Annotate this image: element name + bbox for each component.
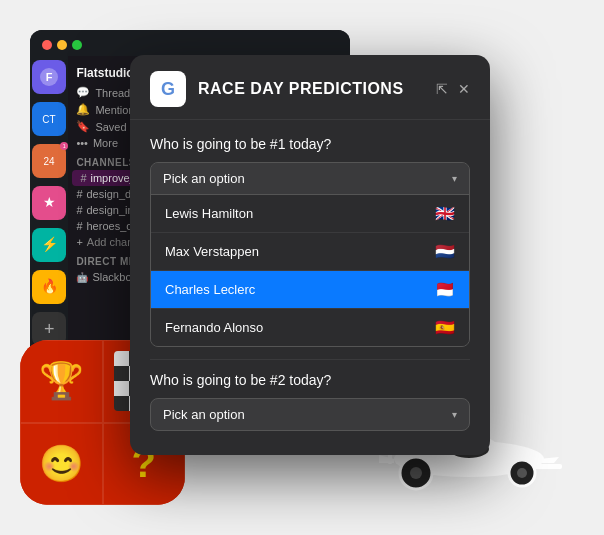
add-channel-icon: + (76, 236, 82, 248)
slackbot-icon: 🤖 (76, 272, 88, 283)
modal-actions: ⇱ ✕ (436, 81, 470, 97)
modal-header: G RACE DAY PREDICTIONS ⇱ ✕ (130, 55, 490, 120)
q1-chevron-down-icon: ▾ (452, 173, 457, 184)
more-icon: ••• (76, 137, 88, 149)
option-hamilton[interactable]: Lewis Hamilton 🇬🇧 (151, 195, 469, 233)
close-modal-button[interactable]: ✕ (458, 81, 470, 97)
svg-text:F: F (46, 71, 53, 83)
workspace-icon-5[interactable]: ⚡ (32, 228, 66, 262)
option-name-hamilton: Lewis Hamilton (165, 206, 253, 221)
workspace-icon-6[interactable]: 🔥 (32, 270, 66, 304)
channel-hash-icon-3: # (76, 204, 82, 216)
option-verstappen[interactable]: Max Verstappen 🇳🇱 (151, 233, 469, 271)
traffic-lights (30, 30, 350, 56)
close-button[interactable] (42, 40, 52, 50)
flag-nl-icon: 🇳🇱 (435, 242, 455, 261)
flag-gb-icon: 🇬🇧 (435, 204, 455, 223)
q1-label: Who is going to be #1 today? (150, 136, 470, 152)
svg-point-19 (410, 467, 422, 479)
minimize-button[interactable] (57, 40, 67, 50)
workspace-icon-4[interactable]: ★ (32, 186, 66, 220)
threads-icon: 💬 (76, 86, 90, 99)
q2-chevron-down-icon: ▾ (452, 409, 457, 420)
svg-point-17 (517, 468, 527, 478)
modal-title: RACE DAY PREDICTIONS (198, 80, 404, 98)
option-name-leclerc: Charles Leclerc (165, 282, 255, 297)
flag-es-icon: 🇪🇸 (435, 318, 455, 337)
face-cell: 😊 (20, 423, 103, 506)
svg-text:★: ★ (43, 194, 56, 210)
svg-text:⚡: ⚡ (41, 236, 59, 253)
channel-hash-icon-4: # (76, 220, 82, 232)
modal-app-icon: G (150, 71, 186, 107)
option-name-verstappen: Max Verstappen (165, 244, 259, 259)
trophy-cell: 🏆 (20, 340, 103, 423)
svg-text:24: 24 (44, 156, 56, 167)
maximize-button[interactable] (72, 40, 82, 50)
modal-body: Who is going to be #1 today? Pick an opt… (130, 120, 490, 455)
face-icon: 😊 (39, 443, 84, 485)
race-day-modal: G RACE DAY PREDICTIONS ⇱ ✕ Who is going … (130, 55, 490, 455)
flag-mc-icon: 🇲🇨 (435, 280, 455, 299)
q2-dropdown-value: Pick an option (163, 407, 245, 422)
option-leclerc[interactable]: Charles Leclerc 🇲🇨 (151, 271, 469, 309)
svg-rect-12 (534, 464, 562, 469)
option-name-alonso: Fernando Alonso (165, 320, 263, 335)
workspace-icon-3[interactable]: 24 1 (32, 144, 66, 178)
q1-dropdown-trigger[interactable]: Pick an option ▾ (151, 163, 469, 195)
svg-text:🔥: 🔥 (41, 278, 59, 295)
workspace-icon-1[interactable]: F (32, 60, 66, 94)
q2-dropdown-trigger[interactable]: Pick an option ▾ (150, 398, 470, 431)
q1-dropdown: Pick an option ▾ Lewis Hamilton 🇬🇧 Max V… (150, 162, 470, 347)
option-alonso[interactable]: Fernando Alonso 🇪🇸 (151, 309, 469, 346)
external-link-icon[interactable]: ⇱ (436, 81, 448, 97)
channel-hash-icon-2: # (76, 188, 82, 200)
q1-dropdown-value: Pick an option (163, 171, 245, 186)
q2-label: Who is going to be #2 today? (150, 372, 470, 388)
trophy-icon: 🏆 (39, 360, 84, 402)
channel-hash-icon: # (80, 172, 86, 184)
mentions-icon: 🔔 (76, 103, 90, 116)
q2-section: Who is going to be #2 today? Pick an opt… (150, 359, 470, 431)
workspace-icon-2[interactable]: CT (32, 102, 66, 136)
svg-text:CT: CT (43, 114, 56, 125)
saved-icon: 🔖 (76, 120, 90, 133)
q1-dropdown-options: Lewis Hamilton 🇬🇧 Max Verstappen 🇳🇱 Char… (151, 195, 469, 346)
